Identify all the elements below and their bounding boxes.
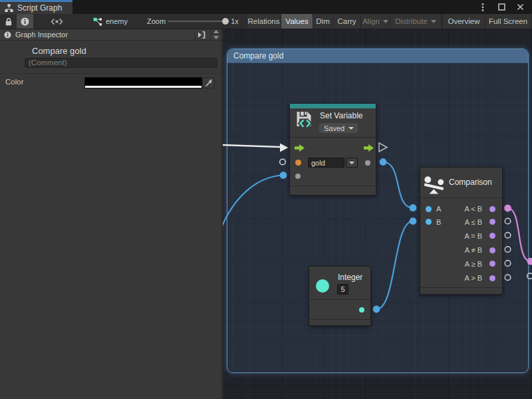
variable-scope-dropdown[interactable]: Saved (319, 123, 358, 133)
lock-icon (5, 17, 13, 26)
graph-asset-icon (93, 17, 102, 26)
window-close-button[interactable] (514, 2, 526, 13)
port-label-a-neq-b: A ≠ B (465, 246, 482, 254)
lock-button[interactable] (0, 14, 17, 29)
group-title: Compare gold (233, 51, 283, 61)
comment-placeholder: (Comment) (25, 59, 67, 67)
port-input-a[interactable] (426, 206, 432, 212)
toolbar-button-values[interactable]: Values (281, 14, 313, 29)
graph-inspector-title: Graph Inspector (15, 31, 68, 39)
node-divider (420, 198, 502, 198)
graph-inspector-header: Graph Inspector (0, 29, 221, 41)
toolbar-button-relations[interactable]: Relations (246, 14, 281, 29)
chevron-down-icon (383, 20, 388, 23)
zoom-label: Zoom (147, 17, 166, 25)
flow-output-arrow[interactable] (364, 144, 374, 152)
integer-icon (316, 279, 329, 293)
info-icon (4, 31, 11, 39)
node-divider (309, 299, 370, 300)
toolbar-button-dim[interactable]: Dim (313, 14, 332, 29)
port-output-value[interactable] (365, 160, 370, 166)
window-maximize-button[interactable] (495, 2, 507, 13)
group-header[interactable]: Compare gold (227, 49, 528, 63)
node-divider (420, 287, 502, 288)
port-label-a-eq-b: A = B (464, 232, 482, 240)
scroll-spinner (210, 29, 221, 40)
port-label-a-greatereq-b: A ≥ B (465, 260, 482, 268)
port-input-b[interactable] (426, 219, 432, 225)
tab-label: Script Graph (17, 3, 62, 13)
toolbar-button-carry[interactable]: Carry (332, 14, 360, 29)
inspector-graph-title: Compare gold (32, 46, 86, 56)
eyedropper-button[interactable] (202, 77, 215, 88)
scroll-up-button[interactable] (211, 29, 221, 35)
port-variable-name[interactable] (295, 160, 301, 166)
port-label-a-lesseq-b: A ≤ B (465, 218, 482, 226)
port-output-a-neq-b[interactable] (489, 247, 495, 253)
node-set-variable[interactable]: Set Variable Saved gold (289, 103, 376, 196)
inspector-separator (0, 73, 221, 74)
color-swatch[interactable] (84, 77, 202, 88)
flow-input-arrow[interactable] (295, 144, 305, 152)
node-accent-strip (290, 104, 376, 108)
toolbar-button-overview[interactable]: Overview (442, 14, 485, 29)
triangle-up-icon (213, 30, 219, 33)
tab-script-graph[interactable]: Script Graph (0, 0, 72, 14)
zoom-value: 1x (231, 17, 239, 25)
triangle-down-icon (213, 36, 219, 39)
graph-inspector-toggle-button[interactable] (17, 14, 33, 29)
port-output-a-lesseq-b[interactable] (489, 219, 495, 225)
chevron-down-icon (348, 127, 354, 130)
node-comparison[interactable]: Comparison A B A < B A ≤ B A = B A ≠ B A… (420, 167, 503, 295)
graph-canvas[interactable]: Compare gold (223, 29, 532, 399)
toolbar-button-align[interactable]: Align (360, 14, 390, 29)
toolbar-button-distribute[interactable]: Distribute (390, 14, 442, 29)
port-output-integer[interactable] (359, 307, 364, 313)
script-graph-icon (5, 4, 13, 12)
port-output-a-less-b[interactable] (489, 206, 495, 212)
toolbar-buttons: Relations Values Dim Carry Align Distrib… (246, 14, 442, 29)
port-output-a-greater-b[interactable] (489, 275, 495, 281)
code-icon (51, 17, 63, 26)
info-icon (21, 17, 29, 26)
color-alpha-bar (85, 86, 201, 88)
port-label-a-greater-b: A > B (464, 274, 482, 282)
node-title: Integer (338, 273, 362, 282)
node-integer[interactable]: Integer 5 (309, 266, 371, 326)
toolbar-buttons-right: Overview Full Screen (442, 14, 531, 29)
node-divider (290, 186, 376, 186)
port-output-a-greatereq-b[interactable] (489, 261, 495, 267)
chevron-down-icon (431, 20, 436, 23)
graph-name: enemy (106, 17, 128, 25)
port-fallback-value[interactable] (295, 174, 301, 179)
dock-icon (198, 31, 205, 39)
zoom-slider-knob[interactable] (222, 18, 229, 25)
window-controls (477, 0, 532, 14)
graph-toolbar: enemy Zoom 1x Relations Values Dim Carry… (0, 14, 532, 29)
port-label-a-less-b: A < B (464, 205, 482, 213)
comparison-icon (424, 173, 444, 194)
node-divider (309, 319, 370, 320)
node-title: Set Variable (320, 111, 362, 120)
toolbar-button-fullscreen[interactable]: Full Screen (485, 14, 531, 29)
chevron-down-icon (349, 162, 354, 164)
variable-name-input[interactable]: gold (308, 158, 344, 168)
port-output-a-eq-b[interactable] (489, 233, 495, 239)
variable-name-dropdown[interactable] (346, 158, 358, 168)
window-menu-button[interactable] (477, 2, 489, 13)
dock-sidebar-button[interactable] (194, 29, 208, 40)
color-field-label: Color (5, 78, 23, 86)
scroll-down-button[interactable] (211, 35, 221, 40)
port-label-a: A (436, 205, 441, 213)
code-view-button[interactable] (49, 14, 65, 29)
node-divider (290, 137, 376, 138)
node-title: Comparison (449, 178, 492, 187)
comment-input[interactable]: (Comment) (25, 58, 217, 68)
window-tab-strip: Script Graph (0, 0, 532, 14)
port-label-b: B (436, 218, 441, 226)
integer-value-input[interactable]: 5 (337, 284, 348, 295)
set-variable-icon (295, 110, 313, 128)
graph-inspector-panel: Graph Inspector Compare gold (Comment) C… (0, 29, 222, 399)
zoom-slider[interactable] (168, 21, 229, 22)
eyedropper-icon (205, 79, 213, 87)
